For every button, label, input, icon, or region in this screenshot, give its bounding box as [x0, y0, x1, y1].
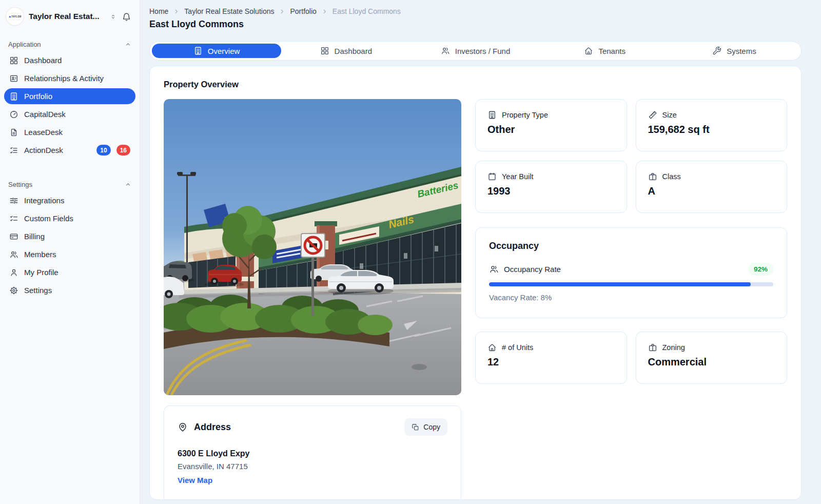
users-icon: [441, 46, 450, 55]
bell-icon[interactable]: [122, 12, 131, 22]
page-title: East Lloyd Commons: [149, 19, 802, 30]
occupancy-progress-fill: [489, 282, 751, 286]
breadcrumb-portfolio[interactable]: Portfolio: [290, 7, 316, 15]
sidebar-item-relationships[interactable]: Relationships & Activity: [4, 70, 135, 86]
workspace-switcher[interactable]: ▲TAYLOR Taylor Real Estat...: [0, 0, 140, 31]
sidebar-item-members[interactable]: Members: [4, 246, 135, 262]
users-icon: [489, 264, 499, 274]
contact-card-icon: [9, 74, 18, 83]
sidebar-item-settings[interactable]: Settings: [4, 282, 135, 298]
stat-label: Year Built: [502, 172, 534, 181]
list-checks-icon: [9, 146, 18, 155]
user-icon: [9, 268, 18, 277]
chevron-up-icon[interactable]: [125, 181, 131, 188]
sidebar-item-integrations[interactable]: Integrations: [4, 192, 135, 208]
wrench-icon: [712, 46, 721, 55]
chevron-right-icon: [321, 8, 328, 15]
property-overview-card: Property Overview: [149, 66, 802, 500]
briefcase-icon: [648, 172, 657, 181]
occupancy-title: Occupancy: [489, 241, 773, 251]
sidebar-item-label: Portfolio: [24, 92, 52, 101]
occupancy-card: Occupancy Occupancy Rate 92% Vacancy Rat…: [475, 227, 787, 318]
sidebar-item-leasedesk[interactable]: LeaseDesk: [4, 124, 135, 140]
ruler-icon: [648, 110, 657, 120]
breadcrumb-organization[interactable]: Taylor Real Estate Solutions: [184, 7, 274, 15]
breadcrumb: Home Taylor Real Estate Solutions Portfo…: [149, 7, 802, 15]
sidebar-section-settings[interactable]: Settings: [0, 171, 140, 192]
stat-value: A: [648, 185, 775, 197]
section-label: Settings: [8, 181, 32, 188]
view-map-link[interactable]: View Map: [178, 476, 212, 484]
sidebar-item-custom-fields[interactable]: Custom Fields: [4, 210, 135, 226]
sidebar-item-portfolio[interactable]: Portfolio: [4, 88, 135, 104]
chevron-up-icon[interactable]: [125, 41, 131, 48]
sidebar-item-label: My Profile: [24, 268, 58, 277]
map-pin-icon: [178, 422, 188, 432]
stat-card-class: Class A: [636, 161, 788, 213]
tab-label: Dashboard: [335, 47, 372, 55]
workspace-logo-text: TAYLOR: [11, 15, 22, 18]
tab-overview[interactable]: Overview: [152, 44, 281, 58]
sidebar: ▲TAYLOR Taylor Real Estat... Application…: [0, 0, 140, 504]
sidebar-item-label: Dashboard: [24, 56, 62, 65]
sidebar-item-label: CapitalDesk: [24, 110, 66, 119]
stat-value: Commercial: [648, 356, 775, 368]
sidebar-item-label: Relationships & Activity: [24, 74, 104, 83]
stat-label: Class: [662, 172, 681, 181]
checklist-icon: [9, 214, 18, 223]
tab-dashboard[interactable]: Dashboard: [281, 44, 411, 58]
chevron-right-icon: [279, 8, 285, 15]
users-icon: [9, 250, 18, 259]
chevron-right-icon: [173, 8, 180, 15]
stat-value: Other: [487, 124, 615, 135]
workspace-avatar: ▲TAYLOR: [6, 8, 24, 25]
sidebar-item-label: Billing: [24, 232, 45, 241]
tab-tenants[interactable]: Tenants: [540, 44, 670, 58]
sidebar-item-my-profile[interactable]: My Profile: [4, 264, 135, 280]
stat-card-units: # of Units 12: [475, 332, 627, 384]
sidebar-item-actiondesk[interactable]: ActionDesk 10 16: [4, 142, 135, 158]
tab-bar: Overview Dashboard Investors / Fund Tena…: [149, 41, 802, 61]
sidebar-item-capitaldesk[interactable]: CapitalDesk: [4, 106, 135, 122]
tab-systems[interactable]: Systems: [670, 44, 799, 58]
chevrons-up-down-icon[interactable]: [110, 13, 116, 20]
copy-button[interactable]: Copy: [404, 418, 447, 436]
gauge-icon: [9, 110, 18, 119]
building-icon: [193, 46, 203, 55]
tab-label: Investors / Fund: [455, 47, 511, 55]
stat-card-size: Size 159,682 sq ft: [636, 99, 788, 151]
tab-label: Tenants: [598, 47, 625, 55]
sidebar-item-label: Settings: [24, 286, 52, 295]
address-city-state-zip: Evansville, IN 47715: [178, 462, 447, 471]
sidebar-section-application[interactable]: Application: [0, 31, 140, 52]
copy-icon: [412, 423, 419, 431]
tab-label: Systems: [727, 47, 756, 55]
copy-button-label: Copy: [423, 423, 440, 431]
sidebar-item-label: Members: [24, 250, 56, 259]
building-icon: [487, 110, 497, 120]
home-icon: [487, 343, 497, 352]
sidebar-item-label: Integrations: [24, 196, 64, 205]
sidebar-item-label: Custom Fields: [24, 214, 73, 223]
stat-value: 159,682 sq ft: [648, 124, 775, 135]
workspace-name: Taylor Real Estat...: [29, 12, 105, 21]
stat-value: 1993: [487, 185, 615, 197]
occupancy-progress-bar: [489, 282, 773, 286]
sidebar-item-dashboard[interactable]: Dashboard: [4, 52, 135, 68]
breadcrumb-home[interactable]: Home: [149, 7, 168, 15]
stat-label: Property Type: [502, 111, 548, 119]
gear-icon: [9, 286, 18, 295]
stat-label: Size: [662, 111, 677, 119]
tab-investors-fund[interactable]: Investors / Fund: [411, 44, 540, 58]
sidebar-item-billing[interactable]: Billing: [4, 228, 135, 244]
settings-nav: Integrations Custom Fields Billing Membe…: [0, 192, 140, 298]
vacancy-rate-text: Vacancy Rate: 8%: [489, 293, 773, 302]
actiondesk-badge-red: 16: [116, 145, 130, 156]
address-card: Address Copy 6300 E Lloyd Expy Evansvill…: [164, 405, 461, 500]
document-icon: [9, 128, 18, 137]
building-icon: [9, 92, 18, 101]
property-photo: Nails Batteries: [164, 99, 461, 395]
property-stats-column: Property Type Other Size 159,682 sq ft: [475, 99, 787, 500]
address-title: Address: [194, 422, 231, 433]
application-nav: Dashboard Relationships & Activity Portf…: [0, 52, 140, 158]
